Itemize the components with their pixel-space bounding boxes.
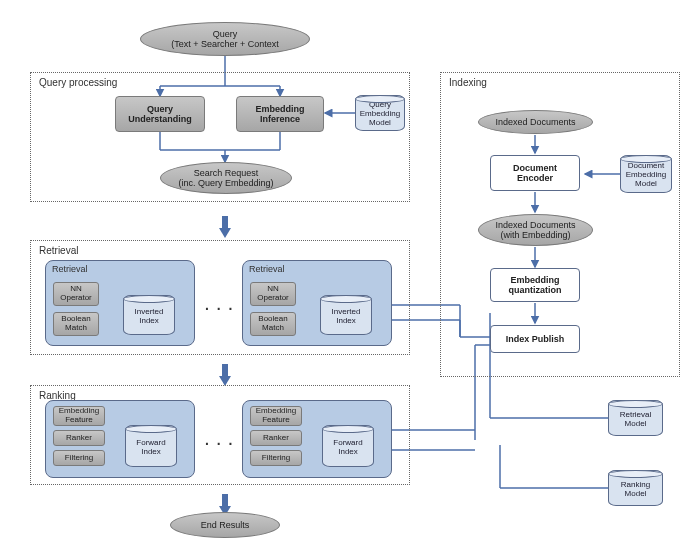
document-embedding-model-cylinder: Document Embedding Model [620,155,672,193]
nn-operator-1: NN Operator [53,282,99,306]
indexed-documents-node: Indexed Documents [478,110,593,134]
boolean-match-2: Boolean Match [250,312,296,336]
filtering-2: Filtering [250,450,302,466]
boolean-match-1: Boolean Match [53,312,99,336]
retrieval-model-cylinder: Retrieval Model [608,400,663,436]
retrieval-ellipsis: . . . [205,297,234,313]
embedding-feature-1: Embedding Feature [53,406,105,426]
forward-index-2: Forward Index [322,425,374,467]
query-embedding-model-cylinder: Query Embedding Model [355,95,405,131]
section-label-retrieval: Retrieval [39,245,78,256]
document-encoder-node: Document Encoder [490,155,580,191]
index-publish-node: Index Publish [490,325,580,353]
ranker-1: Ranker [53,430,105,446]
filtering-1: Filtering [53,450,105,466]
ranker-2: Ranker [250,430,302,446]
query-input-node: Query (Text + Searcher + Context [140,22,310,56]
ranking-ellipsis: . . . [205,432,234,448]
end-results-node: End Results [170,512,280,538]
indexed-docs-with-embedding-node: Indexed Documents (with Embedding) [478,214,593,246]
embedding-quantization-node: Embedding quantization [490,268,580,302]
search-request-node: Search Request (inc. Query Embedding) [160,162,292,194]
section-label-query-processing: Query processing [39,77,117,88]
ranking-model-cylinder: Ranking Model [608,470,663,506]
retrieval-panel-1-label: Retrieval [52,264,88,274]
forward-index-1: Forward Index [125,425,177,467]
retrieval-panel-2-label: Retrieval [249,264,285,274]
inverted-index-2: Inverted Index [320,295,372,335]
embedding-inference-node: Embedding Inference [236,96,324,132]
embedding-feature-2: Embedding Feature [250,406,302,426]
inverted-index-1: Inverted Index [123,295,175,335]
query-understanding-node: Query Understanding [115,96,205,132]
nn-operator-2: NN Operator [250,282,296,306]
section-label-indexing: Indexing [449,77,487,88]
arrow-qp-to-retrieval [219,228,231,238]
